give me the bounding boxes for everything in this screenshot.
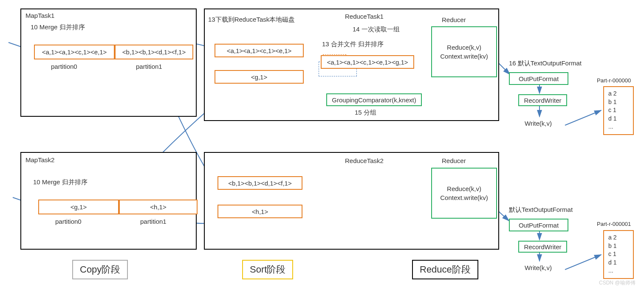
file2-l1: b 1 xyxy=(608,242,616,250)
file2-l3: d 1 xyxy=(608,259,616,267)
phase-reduce-text: Reduce阶段 xyxy=(420,264,471,275)
reducetask1-partfile-box: a 2 b 1 c 1 d 1 ... xyxy=(603,86,634,135)
reducetask1-outputformat-text: OutPutFormat xyxy=(519,75,559,82)
reducetask1-reducer-box: Reduce(k,v) Context.write(kv) xyxy=(431,26,497,77)
reducetask1-recordwriter: RecordWriter xyxy=(518,94,567,106)
reducetask1-copied1: <a,1><a,1><c,1><e,1> xyxy=(215,44,304,57)
reducetask1-copied1-text: <a,1><a,1><c,1><e,1> xyxy=(227,47,292,54)
reducetask2-partfile-label: Part-r-000001 xyxy=(597,221,631,227)
maptask2-p1-label: partition1 xyxy=(140,218,167,225)
reducetask2-default-format-label: 默认TextOutputFormat xyxy=(509,206,573,214)
reducetask2-partfile-box: a 2 b 1 c 1 d 1 ... xyxy=(603,230,634,279)
reducetask2-recordwriter: RecordWriter xyxy=(518,241,567,253)
reducetask2-reduce-line2: Context.write(kv) xyxy=(440,193,488,202)
reducetask1-reduce-line1: Reduce(k,v) xyxy=(447,43,481,52)
reducetask1-read-label: 14 一次读取一组 xyxy=(353,25,400,34)
maptask2-p0-label: partition0 xyxy=(55,218,82,225)
reducetask1-copied2-text: <g,1> xyxy=(251,73,267,81)
maptask2-merge-label: 10 Merge 归并排序 xyxy=(33,178,88,186)
file2-l2: c 1 xyxy=(608,250,616,259)
file1-l2: c 1 xyxy=(608,106,616,115)
maptask1-p1-text: <b,1><b,1><d,1><f,1> xyxy=(122,48,186,56)
maptask1-title: MapTask1 xyxy=(25,12,54,19)
reducetask2-reducer-title: Reducer xyxy=(442,157,466,164)
reducetask2-copied2: <h,1> xyxy=(217,205,302,218)
reducetask1-write-label: Write(k,v) xyxy=(525,120,552,127)
maptask1-p0-label: partition0 xyxy=(51,63,77,70)
reducetask1-partfile-label: Part-r-000000 xyxy=(597,77,631,84)
maptask2-p1: <h,1> xyxy=(119,200,198,214)
maptask1-merge-label: 10 Merge 归并排序 xyxy=(31,23,85,31)
file1-l0: a 2 xyxy=(608,90,616,98)
reducetask2-copied1-text: <b,1><b,1><d,1><f,1> xyxy=(228,180,291,187)
reducetask1-default-format-label: 16 默认TextOutputFormat xyxy=(509,59,582,68)
reducetask1-recordwriter-text: RecordWriter xyxy=(524,97,561,104)
reducetask2-reduce-line1: Reduce(k,v) xyxy=(447,184,481,193)
reducetask2-copied1: <b,1><b,1><d,1><f,1> xyxy=(217,176,302,190)
phase-copy-text: Copy阶段 xyxy=(80,264,120,275)
maptask1-p0-text: <a,1><a,1><c,1><e,1> xyxy=(42,48,107,56)
reducetask1-grouping: GroupingComparator(k,knext) xyxy=(326,93,422,106)
maptask2-p1-text: <h,1> xyxy=(150,203,166,211)
reducetask1-group-label: 15 分组 xyxy=(355,109,376,117)
maptask2-p0: <g,1> xyxy=(38,200,119,214)
reducetask2-outputformat: OutPutFormat xyxy=(509,219,568,231)
phase-sort-text: Sort阶段 xyxy=(250,264,285,275)
file1-l1: b 1 xyxy=(608,98,616,107)
maptask1-p1-label: partition1 xyxy=(136,63,162,70)
reducetask1-reducer-title: Reducer xyxy=(442,16,466,23)
file2-l4: ... xyxy=(608,267,613,275)
maptask2-title: MapTask2 xyxy=(25,156,54,163)
reducetask1-copied2: <g,1> xyxy=(215,70,304,84)
maptask1-p0: <a,1><a,1><c,1><e,1> xyxy=(34,45,115,59)
reducetask2-copied2-text: <h,1> xyxy=(252,208,268,215)
reducetask1-merged-text: <a,1><a,1><c,1><e,1><g,1> xyxy=(327,59,408,66)
file1-l4: ... xyxy=(608,123,613,131)
maptask2-p0-text: <g,1> xyxy=(71,203,87,211)
reducetask1-title: ReduceTask1 xyxy=(345,13,384,20)
reducetask2-title: ReduceTask2 xyxy=(345,157,384,164)
reducetask2-write-label: Write(k,v) xyxy=(525,264,552,271)
file2-l0: a 2 xyxy=(608,234,616,242)
phase-sort: Sort阶段 xyxy=(242,260,293,279)
reducetask1-merged: <a,1><a,1><c,1><e,1><g,1> xyxy=(321,55,414,69)
reducetask1-download-label: 13下载到ReduceTask本地磁盘 xyxy=(208,16,295,24)
file1-l3: d 1 xyxy=(608,115,616,123)
reducetask2-outputformat-text: OutPutFormat xyxy=(519,222,559,229)
reducetask1-reduce-line2: Context.write(kv) xyxy=(440,52,488,61)
phase-reduce: Reduce阶段 xyxy=(412,260,478,279)
reducetask1-mergesort-label: 13 合并文件 归并排序 xyxy=(322,40,384,48)
phase-copy: Copy阶段 xyxy=(72,260,128,279)
reducetask2-recordwriter-text: RecordWriter xyxy=(524,243,561,250)
watermark: CSDN @喻师傅 xyxy=(599,279,636,287)
reducetask1-outputformat: OutPutFormat xyxy=(509,72,568,85)
reducetask2-reducer-box: Reduce(k,v) Context.write(kv) xyxy=(431,168,497,219)
reducetask1-grouping-text: GroupingComparator(k,knext) xyxy=(332,96,416,104)
maptask1-p1: <b,1><b,1><d,1><f,1> xyxy=(115,45,193,59)
